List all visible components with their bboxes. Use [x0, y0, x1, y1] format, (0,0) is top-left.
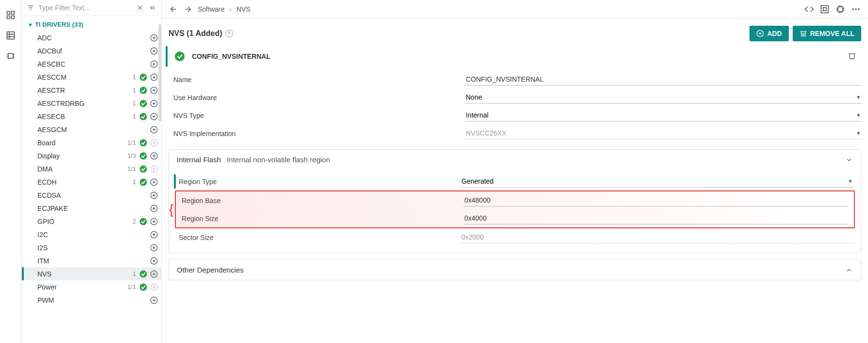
tree-item[interactable]: AESGCM: [22, 123, 161, 136]
name-input[interactable]: [465, 73, 861, 86]
region-base-input[interactable]: [463, 194, 848, 206]
tree-item[interactable]: NVS1: [22, 267, 161, 280]
breadcrumb-item[interactable]: Software: [198, 5, 224, 13]
field-label: Region Size: [182, 215, 463, 223]
plus-circle-icon[interactable]: [150, 99, 158, 108]
layout-icon[interactable]: [5, 10, 16, 20]
plus-circle-icon[interactable]: [150, 257, 158, 265]
tree-group-header[interactable]: ▼ TI DRIVERS (33): [22, 18, 161, 31]
tree-item-count: 1/3: [127, 152, 136, 159]
field-label: NVS Implementation: [173, 130, 465, 137]
plus-circle-icon[interactable]: [150, 86, 158, 95]
breadcrumb-item[interactable]: NVS: [237, 5, 251, 13]
check-circle-icon: [139, 125, 148, 134]
plus-circle-icon: [150, 138, 158, 147]
plus-circle-icon[interactable]: [150, 204, 158, 213]
check-circle-icon: [139, 191, 148, 200]
svg-point-58: [140, 178, 147, 186]
forward-button[interactable]: [183, 4, 193, 14]
config-name: CONFIG_NVSINTERNAL: [192, 52, 271, 60]
code-icon[interactable]: [804, 4, 815, 15]
tree-item[interactable]: Board1/1: [22, 136, 161, 149]
tree-item[interactable]: AESECB1: [22, 110, 161, 123]
region-size-input[interactable]: [463, 212, 848, 224]
remove-all-button[interactable]: REMOVE ALL: [793, 26, 861, 41]
tree-item[interactable]: AESCBC: [22, 57, 161, 70]
plus-circle-icon[interactable]: [150, 60, 158, 69]
tree-item[interactable]: I2S: [22, 241, 161, 254]
tree-item[interactable]: I2C: [22, 228, 161, 241]
check-circle-icon: [139, 60, 148, 69]
tree-item-label: AESCTRDRBG: [37, 100, 133, 107]
plus-circle-icon[interactable]: [150, 296, 158, 305]
tree-item[interactable]: DMA1/1: [22, 162, 161, 175]
filter-icon[interactable]: [26, 3, 35, 13]
plus-circle-icon[interactable]: [150, 217, 158, 226]
plus-circle-icon[interactable]: [150, 34, 158, 42]
icon-rail: [0, 0, 22, 343]
svg-point-50: [140, 152, 147, 159]
tree-item[interactable]: ITM: [22, 254, 161, 267]
plus-circle-icon[interactable]: [150, 112, 158, 121]
plus-circle-icon[interactable]: [150, 47, 158, 55]
plus-circle-icon[interactable]: [150, 191, 158, 200]
hardware-select[interactable]: ▼: [465, 91, 861, 103]
tree-item[interactable]: ECDSA: [22, 189, 161, 202]
tree-item[interactable]: GPIO2: [22, 215, 161, 228]
panel-header[interactable]: Internal Flash Internal non-volatile fla…: [169, 150, 861, 170]
svg-rect-3: [12, 16, 15, 19]
tree-item[interactable]: PWM: [22, 293, 161, 307]
internal-flash-panel: Internal Flash Internal non-volatile fla…: [169, 149, 861, 253]
tree-item-label: AESGCM: [37, 126, 136, 134]
plus-circle-icon[interactable]: [150, 243, 158, 252]
filter-input[interactable]: [38, 4, 132, 12]
chip-icon[interactable]: [5, 51, 16, 61]
region-type-select[interactable]: ▼: [460, 175, 853, 188]
tree-item-count: 1: [133, 73, 136, 81]
collapse-icon[interactable]: [148, 3, 157, 13]
plus-circle-icon: [150, 165, 158, 173]
check-circle-icon: [139, 217, 148, 226]
config-bar[interactable]: CONFIG_NVSINTERNAL: [166, 46, 864, 67]
form-row-nvstype: NVS Type ▼: [173, 106, 861, 124]
plus-circle-icon[interactable]: [150, 270, 158, 278]
tree-item-count: 1: [133, 113, 136, 120]
tree-item[interactable]: AESCCM1: [22, 70, 161, 84]
back-button[interactable]: [169, 4, 178, 14]
tree-item[interactable]: ADCBuf: [22, 44, 161, 57]
tree-item[interactable]: Power1/1: [22, 280, 161, 293]
plus-circle-icon[interactable]: [150, 125, 158, 134]
tree-item[interactable]: ECDH1: [22, 175, 161, 189]
nvstype-select[interactable]: ▼: [465, 109, 861, 121]
plus-circle-icon[interactable]: [150, 73, 158, 82]
plus-circle-icon[interactable]: [150, 230, 158, 239]
clear-filter-icon[interactable]: [135, 3, 145, 13]
tree-item[interactable]: AESCTRDRBG1: [22, 97, 161, 110]
add-button[interactable]: ADD: [749, 26, 788, 41]
more-icon[interactable]: [851, 4, 861, 15]
check-circle-icon: [174, 51, 185, 62]
chevron-down-icon: ▼: [856, 130, 861, 136]
tree-item-label: ECDSA: [37, 191, 136, 199]
tree-item-label: AESCBC: [37, 60, 136, 68]
device-icon[interactable]: [835, 4, 846, 15]
form-row-hardware: Use Hardware ▼: [173, 88, 861, 106]
scrollbar[interactable]: [158, 24, 161, 121]
trash-icon[interactable]: [848, 51, 857, 61]
form: Name Use Hardware ▼ NVS Type ▼ NVS Imple…: [162, 67, 868, 142]
svg-rect-1: [12, 12, 15, 15]
tree-item[interactable]: ECJPAKE: [22, 202, 161, 215]
tree-item[interactable]: Display1/3: [22, 149, 161, 162]
impl-select[interactable]: ▼: [465, 127, 861, 139]
help-icon[interactable]: ?: [225, 30, 233, 37]
plus-circle-icon[interactable]: [150, 178, 158, 187]
tree-group-label: TI DRIVERS (33): [35, 21, 84, 28]
tree-item[interactable]: ADC: [22, 31, 161, 44]
plus-circle-icon[interactable]: [150, 152, 158, 160]
board-icon[interactable]: [819, 4, 830, 15]
panel-header[interactable]: Other Dependencies: [169, 260, 861, 280]
svg-rect-4: [7, 32, 15, 39]
table-icon[interactable]: [5, 30, 16, 41]
tree-item[interactable]: AESCTR1: [22, 84, 161, 97]
check-circle-icon: [139, 34, 148, 42]
